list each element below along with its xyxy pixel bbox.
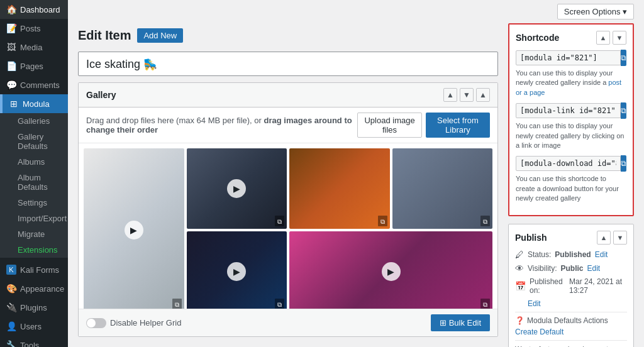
- shortcode-group-1: ⧉ You can use this to display your newly…: [516, 50, 626, 97]
- sidebar-item-appearance[interactable]: 🎨 Appearance: [0, 279, 68, 298]
- dropzone-text: Drag and drop files here (max 64 MB per …: [86, 116, 357, 135]
- play-icon-skater2: ▶: [382, 262, 401, 281]
- play-icon-hockey1: ▶: [227, 179, 246, 198]
- gallery-cell-skater[interactable]: ▶ ⧉: [84, 148, 184, 309]
- gallery-title: Gallery: [86, 90, 116, 100]
- shortcode-copy-button-2[interactable]: ⧉: [621, 102, 626, 119]
- status-edit-link[interactable]: Edit: [595, 250, 608, 259]
- disable-helper-label: Disable Helper Grid: [110, 318, 181, 328]
- shortcode-collapse-down[interactable]: ▼: [613, 31, 626, 45]
- add-new-button[interactable]: Add New: [137, 28, 183, 43]
- cell-corner-hockey1: ⧉: [275, 216, 284, 226]
- sidebar-item-modula[interactable]: ⊞ Modula: [0, 94, 68, 113]
- publish-collapse-up[interactable]: ▲: [597, 231, 611, 245]
- sidebar-label: Dashboard: [20, 5, 60, 14]
- comments-icon: 💬: [6, 80, 16, 90]
- play-icon-skater: ▶: [125, 221, 143, 240]
- cell-corner-skater: ⧉: [172, 299, 182, 309]
- publish-collapse-down[interactable]: ▼: [613, 231, 627, 245]
- sidebar-item-kali-forms[interactable]: K Kali Forms: [0, 260, 68, 279]
- main-content: Screen Options ▾ Edit Item Add New Galle…: [68, 0, 644, 347]
- sidebar-item-comments[interactable]: 💬 Comments: [0, 75, 68, 94]
- gallery-collapse-down[interactable]: ▼: [460, 88, 474, 102]
- shortcode-input-wrap-3: ⧉: [516, 155, 626, 172]
- sidebar-item-galleries[interactable]: Galleries: [0, 113, 68, 129]
- question-icon: ❓: [515, 316, 525, 325]
- item-title-input[interactable]: [78, 52, 498, 76]
- select-library-button[interactable]: Select from Library: [426, 113, 490, 138]
- shortcode-header-buttons: ▲ ▼: [596, 31, 626, 45]
- sidebar-item-extensions[interactable]: Extensions: [0, 242, 68, 258]
- status-icon: 🖊: [515, 250, 524, 260]
- gallery-cell-skater2[interactable]: ▶ ⧉: [289, 231, 492, 309]
- gallery-footer: Disable Helper Grid ⊞ Bulk Edit: [79, 309, 497, 336]
- shortcode-input-1[interactable]: [516, 50, 621, 65]
- sidebar-item-migrate[interactable]: Migrate: [0, 226, 68, 242]
- published-label: Published on:: [530, 277, 565, 295]
- defaults-label: ❓ Modula Defaults Actions: [515, 316, 627, 325]
- gallery-cell-hockey4[interactable]: ⧉: [392, 148, 493, 229]
- gallery-expand[interactable]: ▲: [476, 88, 490, 102]
- shortcode-box: Shortcode ▲ ▼ ⧉ You can use this to disp…: [508, 23, 634, 216]
- play-icon-hockey3: ▶: [227, 262, 246, 281]
- sidebar-item-import-export[interactable]: Import/Export: [0, 211, 68, 226]
- bulk-edit-button[interactable]: ⊞ Bulk Edit: [431, 314, 490, 331]
- publish-ctrl-buttons: ▲ ▼: [597, 231, 627, 245]
- shortcode-copy-button-3[interactable]: ⧉: [621, 155, 626, 172]
- shortcode-input-3[interactable]: [516, 156, 621, 171]
- modula-submenu: Galleries Gallery Defaults Albums Album …: [0, 113, 68, 258]
- sidebar-item-posts[interactable]: 📝 Posts: [0, 19, 68, 38]
- gallery-cell-hockey1[interactable]: ▶ ⧉: [187, 148, 287, 229]
- visibility-value: Public: [560, 264, 583, 273]
- screen-options-button[interactable]: Screen Options ▾: [557, 4, 634, 19]
- sidebar-item-plugins[interactable]: 🔌 Plugins: [0, 298, 68, 317]
- sidebar-item-album-defaults[interactable]: Album Defaults: [0, 170, 68, 195]
- gallery-cell-hockey2[interactable]: ⧉: [289, 148, 390, 229]
- shortcode-desc-3: You can use this shortcode to create a d…: [516, 174, 626, 203]
- create-default-link[interactable]: Create Default: [515, 328, 627, 336]
- page-title: Edit Item: [78, 28, 131, 43]
- publish-title: Publish: [515, 233, 547, 243]
- publish-header: Publish ▲ ▼: [515, 231, 627, 245]
- publish-box: Publish ▲ ▼ 🖊 Status: Published Edit 👁 V…: [508, 224, 634, 347]
- dashboard-icon: 🏠: [6, 4, 16, 14]
- sidebar: 🏠 Dashboard 📝 Posts 🖼 Media 📄 Pages 💬 Co…: [0, 0, 68, 347]
- sidebar-item-media[interactable]: 🖼 Media: [0, 38, 68, 57]
- shortcode-title: Shortcode: [516, 33, 559, 43]
- sidebar-item-users[interactable]: 👤 Users: [0, 317, 68, 336]
- upload-images-button[interactable]: Upload image files: [357, 113, 422, 138]
- sidebar-item-dashboard[interactable]: 🏠 Dashboard: [0, 0, 68, 19]
- keyboard-hint: Want a faster and easier way to save gal…: [515, 344, 627, 347]
- posts-icon: 📝: [6, 23, 16, 33]
- visibility-icon: 👁: [515, 263, 524, 273]
- shortcode-copy-button-1[interactable]: ⧉: [621, 50, 626, 66]
- visibility-edit-link[interactable]: Edit: [587, 264, 600, 273]
- content-area: Edit Item Add New Gallery ▲ ▼ ▲ Drag a: [68, 23, 644, 347]
- dropzone-buttons: Upload image files Select from Library: [357, 113, 490, 138]
- tools-icon: 🔧: [6, 340, 16, 347]
- status-label: Status:: [528, 250, 551, 259]
- publish-status-row: 🖊 Status: Published Edit: [515, 250, 627, 260]
- sidebar-item-gallery-defaults[interactable]: Gallery Defaults: [0, 129, 68, 154]
- pages-icon: 📄: [6, 61, 16, 71]
- cell-corner-hockey4: ⧉: [480, 216, 490, 226]
- kali-forms-icon: K: [6, 265, 16, 275]
- shortcode-header: Shortcode ▲ ▼: [516, 31, 626, 45]
- cell-corner-hockey3: ⧉: [275, 299, 284, 309]
- shortcode-collapse-up[interactable]: ▲: [596, 31, 610, 45]
- sidebar-item-albums[interactable]: Albums: [0, 154, 68, 170]
- disable-helper-toggle[interactable]: [86, 318, 106, 328]
- toggle-knob: [87, 319, 96, 328]
- sidebar-item-tools[interactable]: 🔧 Tools: [0, 336, 68, 347]
- appearance-icon: 🎨: [6, 284, 16, 294]
- plugins-icon: 🔌: [6, 302, 16, 312]
- sidebar-item-settings[interactable]: Settings: [0, 195, 68, 211]
- shortcode-input-2[interactable]: [516, 103, 621, 118]
- gallery-grid: ▶ ⧉ ▶ ⧉ ⧉ ⧉: [79, 143, 497, 309]
- published-date-edit-link[interactable]: Edit: [528, 299, 541, 308]
- visibility-label: Visibility:: [528, 264, 557, 273]
- modula-icon: ⊞: [9, 99, 19, 109]
- sidebar-item-pages[interactable]: 📄 Pages: [0, 57, 68, 75]
- gallery-cell-hockey3[interactable]: ▶ ⧉: [187, 231, 287, 309]
- gallery-collapse-up[interactable]: ▲: [443, 88, 457, 102]
